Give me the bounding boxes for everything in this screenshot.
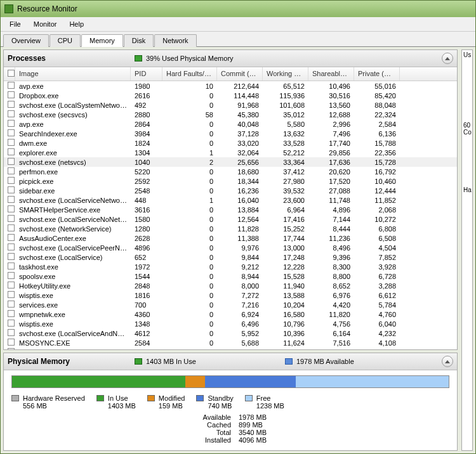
row-checkbox[interactable] xyxy=(4,320,15,328)
row-checkbox[interactable] xyxy=(4,339,15,347)
menu-help[interactable]: Help xyxy=(63,18,90,30)
titlebar[interactable]: Resource Monitor xyxy=(1,1,475,17)
col-commit[interactable]: Commit (KB) xyxy=(217,67,263,81)
legend-free: Free 1238 MB xyxy=(245,394,284,410)
row-checkbox[interactable] xyxy=(4,196,15,204)
table-row[interactable]: svchost.exe (NetworkService)1280011,8281… xyxy=(4,224,457,233)
physmem-header[interactable]: Physical Memory 1403 MB In Use 1978 MB A… xyxy=(4,353,457,370)
row-checkbox[interactable] xyxy=(4,234,15,242)
table-row[interactable]: SMARTHelperService.exe3616013,8846,9644,… xyxy=(4,205,457,214)
cell-private: 6,040 xyxy=(354,320,400,328)
legend-inuse: In Use 1403 MB xyxy=(96,394,136,410)
table-row[interactable]: wisptis.exe134806,49610,7964,7566,040 xyxy=(4,319,457,328)
row-checkbox[interactable] xyxy=(4,243,15,252)
table-row[interactable]: taskhost.exe197209,21212,2288,3003,928 xyxy=(4,262,457,271)
row-checkbox[interactable] xyxy=(4,272,15,280)
row-checkbox[interactable] xyxy=(4,110,15,119)
row-checkbox[interactable] xyxy=(4,158,15,166)
table-row[interactable]: svchost.exe (secsvcs)28805845,38035,0121… xyxy=(4,110,457,119)
col-shareable[interactable]: Shareable (... xyxy=(308,67,354,81)
table-row[interactable]: Dropbox.exe26160114,448115,93630,51685,4… xyxy=(4,91,457,100)
row-checkbox[interactable] xyxy=(4,301,15,309)
cell-hard-faults: 0 xyxy=(162,187,217,195)
row-checkbox[interactable] xyxy=(4,348,15,349)
table-row[interactable]: svchost.exe (LocalService)65209,84417,24… xyxy=(4,252,457,262)
legend-standby: Standby 740 MB xyxy=(196,394,233,410)
row-checkbox[interactable] xyxy=(4,310,15,318)
row-checkbox[interactable] xyxy=(4,148,15,157)
tab-memory[interactable]: Memory xyxy=(81,34,123,47)
row-checkbox[interactable] xyxy=(4,282,15,290)
tab-overview[interactable]: Overview xyxy=(3,34,49,47)
col-private[interactable]: Private (KB) xyxy=(354,67,400,81)
row-checkbox[interactable] xyxy=(4,167,15,176)
tab-network[interactable]: Network xyxy=(154,34,196,47)
table-row[interactable]: TabTip.exe183205,51613,4049,3324,072 xyxy=(4,347,457,349)
row-checkbox[interactable] xyxy=(4,186,15,195)
row-checkbox[interactable] xyxy=(4,329,15,337)
table-row[interactable]: svchost.exe (netsvcs)1040225,65633,36417… xyxy=(4,157,457,167)
checkbox-all[interactable] xyxy=(8,70,15,77)
table-row[interactable]: HotkeyUtility.exe284808,00011,9408,6523,… xyxy=(4,281,457,290)
menu-monitor[interactable]: Monitor xyxy=(27,18,63,30)
table-row[interactable]: AsusAudioCenter.exe2628011,38817,74411,2… xyxy=(4,233,457,243)
table-row[interactable]: SearchIndexer.exe3984037,12813,6327,4966… xyxy=(4,129,457,138)
row-checkbox[interactable] xyxy=(4,129,15,138)
col-pid[interactable]: PID xyxy=(131,67,162,81)
cell-image: avp.exe xyxy=(15,82,131,90)
row-checkbox[interactable] xyxy=(4,177,15,185)
menu-file[interactable]: File xyxy=(3,18,27,30)
collapse-icon[interactable] xyxy=(442,356,453,367)
processes-header[interactable]: Processes 39% Used Physical Memory xyxy=(4,50,457,67)
table-row[interactable]: wisptis.exe181607,27213,5886,9766,612 xyxy=(4,290,457,300)
row-checkbox[interactable] xyxy=(4,82,15,90)
inuse-icon xyxy=(135,358,142,365)
table-row[interactable]: svchost.exe (LocalServiceAndNoImperson..… xyxy=(4,328,457,338)
table-row[interactable]: svchost.exe (LocalServicePeerNet)489609,… xyxy=(4,243,457,252)
cell-commit: 40,048 xyxy=(217,120,263,128)
table-row[interactable]: dwm.exe1824033,02033,52817,74015,788 xyxy=(4,138,457,148)
tab-disk[interactable]: Disk xyxy=(124,34,154,47)
row-checkbox[interactable] xyxy=(4,291,15,299)
table-row[interactable]: sidebar.exe2548016,23639,53227,08812,444 xyxy=(4,186,457,195)
table-row[interactable]: MSOSYNC.EXE258405,68811,6247,5164,108 xyxy=(4,338,457,347)
table-row[interactable]: avp.exe2864040,0485,5802,9962,584 xyxy=(4,119,457,129)
col-checkbox[interactable] xyxy=(4,67,15,81)
row-checkbox[interactable] xyxy=(4,139,15,147)
row-checkbox[interactable] xyxy=(4,101,15,109)
table-row[interactable]: avp.exe198010212,64465,51210,49655,016 xyxy=(4,81,457,91)
table-row[interactable]: svchost.exe (LocalServiceNetworkRestrict… xyxy=(4,195,457,205)
row-checkbox[interactable] xyxy=(4,224,15,233)
row-checkbox[interactable] xyxy=(4,205,15,214)
row-checkbox[interactable] xyxy=(4,120,15,128)
row-checkbox[interactable] xyxy=(4,263,15,271)
table-row[interactable]: wmpnetwk.exe436006,92416,58011,8204,760 xyxy=(4,309,457,319)
tabstrip: Overview CPU Memory Disk Network xyxy=(1,32,475,47)
row-checkbox[interactable] xyxy=(4,91,15,100)
col-hard-faults[interactable]: Hard Faults/sec xyxy=(162,67,217,81)
sum-avail-val: 1978 MB xyxy=(239,413,267,421)
table-row[interactable]: services.exe70007,21610,2044,4205,784 xyxy=(4,300,457,309)
table-row[interactable]: svchost.exe (LocalSystemNetworkRestrict.… xyxy=(4,100,457,110)
cell-hard-faults: 0 xyxy=(162,339,217,347)
cell-pid: 2584 xyxy=(131,339,162,347)
cell-image: explorer.exe xyxy=(15,149,131,157)
cell-image: perfmon.exe xyxy=(15,168,131,176)
process-table[interactable]: Image PID Hard Faults/sec Commit (KB) Wo… xyxy=(4,67,457,349)
cell-shareable: 17,520 xyxy=(308,178,354,185)
collapse-icon[interactable] xyxy=(442,53,453,64)
table-row[interactable]: explorer.exe1304132,06452,21229,85622,35… xyxy=(4,148,457,157)
legend-mod-label: Modified xyxy=(159,394,185,402)
row-checkbox[interactable] xyxy=(4,215,15,223)
cell-private: 6,808 xyxy=(354,225,400,233)
table-row[interactable]: spoolsv.exe154408,94415,5288,8006,728 xyxy=(4,271,457,281)
row-checkbox[interactable] xyxy=(4,253,15,261)
col-image[interactable]: Image xyxy=(15,67,131,81)
col-working-set[interactable]: Working S... xyxy=(263,67,308,81)
tab-cpu[interactable]: CPU xyxy=(50,34,81,47)
table-row[interactable]: picpick.exe2592018,34427,98017,52010,460 xyxy=(4,176,457,186)
table-row[interactable]: perfmon.exe5220018,68037,41220,62016,792 xyxy=(4,167,457,176)
cell-shareable: 7,496 xyxy=(308,130,354,138)
cell-private: 11,852 xyxy=(354,197,400,204)
table-row[interactable]: svchost.exe (LocalServiceNoNetwork)15800… xyxy=(4,214,457,224)
